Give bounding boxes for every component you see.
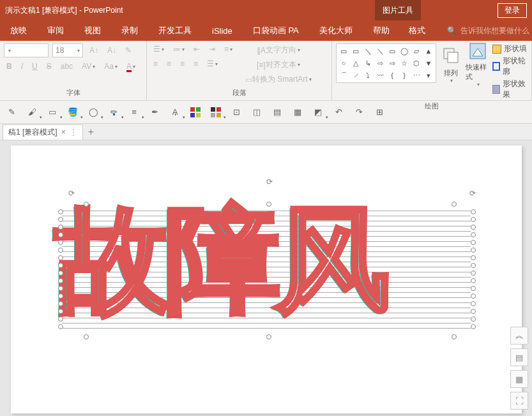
shape-line2-icon[interactable]: ＼: [375, 46, 385, 56]
text-color-icon[interactable]: A▾: [167, 105, 183, 120]
tab-islide[interactable]: iSlide: [202, 20, 243, 41]
shape-arc-icon[interactable]: ⟋: [351, 70, 361, 80]
text-direction-button[interactable]: ‖A 文字方向▾: [243, 43, 314, 57]
arrange-button[interactable]: 排列 ▾: [439, 43, 463, 85]
shape-outline-button[interactable]: 形状轮廓: [492, 56, 528, 77]
rotate-right-icon[interactable]: ↷: [351, 105, 367, 120]
tab-help[interactable]: 帮助: [363, 20, 400, 41]
shape-rect2-icon[interactable]: ▭: [351, 46, 361, 56]
layout-icon[interactable]: ▦: [510, 370, 528, 388]
shape-more1-icon[interactable]: ⋯: [411, 70, 422, 80]
format-painter-icon[interactable]: 🖌▾: [24, 105, 40, 120]
font-name-select[interactable]: ▾: [4, 43, 49, 57]
shape-insert-icon[interactable]: ▭▾: [45, 105, 60, 120]
context-tool-tab[interactable]: 图片工具: [375, 0, 421, 20]
align-right-button[interactable]: ≡: [178, 58, 187, 70]
tab-menu-icon[interactable]: ⋮: [70, 128, 77, 137]
bold-button[interactable]: B: [4, 61, 15, 72]
shape-more-icon[interactable]: ▾: [423, 70, 434, 80]
shape-curve-icon[interactable]: ⌒: [338, 70, 349, 80]
indent-inc-button[interactable]: ⇥: [206, 43, 218, 55]
increase-font-icon[interactable]: A↑: [87, 45, 101, 56]
italic-button[interactable]: I: [19, 61, 26, 72]
shape-brace-r-icon[interactable]: }: [399, 70, 409, 80]
shape-wave-icon[interactable]: 〰: [375, 70, 385, 80]
tab-format[interactable]: 格式: [400, 20, 434, 41]
clear-format-icon[interactable]: ✎: [123, 45, 134, 56]
shape-arrow-icon[interactable]: ⇨: [375, 58, 385, 68]
align-center-button[interactable]: ≡: [164, 58, 174, 70]
indent-dec-button[interactable]: ⇤: [191, 43, 202, 55]
distribute-icon[interactable]: ▤: [270, 105, 285, 120]
shape-fill-button[interactable]: 形状填: [492, 43, 528, 54]
template-icon[interactable]: ▤: [510, 348, 528, 366]
shape-tri-icon[interactable]: △: [351, 58, 361, 68]
document-tab[interactable]: 稿1 [兼容模式] × ⋮: [3, 124, 83, 140]
shape-rect-icon[interactable]: ▭: [338, 46, 349, 56]
shape-circle-icon[interactable]: ○: [338, 58, 349, 68]
tab-record[interactable]: 录制: [111, 20, 148, 41]
font-color-button[interactable]: A▾: [124, 61, 138, 72]
add-tab-button[interactable]: +: [83, 126, 99, 138]
case-button[interactable]: Aa▾: [102, 61, 120, 72]
justify-button[interactable]: ≡: [191, 58, 201, 70]
tab-view[interactable]: 视图: [74, 20, 111, 41]
rotate-handle-icon[interactable]: ⟳: [68, 189, 77, 198]
underline-button[interactable]: U: [29, 61, 40, 72]
eyedropper2-icon[interactable]: ✒: [147, 105, 162, 120]
numbering-button[interactable]: ≔▾: [171, 43, 187, 55]
eyedropper-icon[interactable]: ✎: [4, 105, 19, 120]
close-icon[interactable]: ×: [61, 128, 66, 137]
shape-brace-l-icon[interactable]: {: [387, 70, 397, 80]
bullets-button[interactable]: ☰▾: [151, 43, 167, 55]
tab-pocket-anim[interactable]: 口袋动画 PA: [243, 20, 309, 41]
tab-beautify[interactable]: 美化大师: [309, 20, 363, 41]
placeholder-icon[interactable]: ▦: [290, 105, 305, 120]
word-art-object[interactable]: 故障风 故障风 故障风 ⟳ ⟳ ⟳: [56, 184, 477, 362]
tab-review[interactable]: 审阅: [37, 20, 74, 41]
shapes-gallery[interactable]: ▭ ▭ ＼ ＼ ▭ ◯ ▱ ▲ ○ △ ↳ ⇨ ⇨ ☆ ⬡ ▼ ⌒ ⟋ ⤵ 〰: [336, 43, 436, 83]
collapse-up-icon[interactable]: ︽: [510, 327, 528, 345]
quick-styles-button[interactable]: 快速样式 ▾: [466, 43, 490, 85]
color-grid-icon[interactable]: [188, 105, 203, 120]
spacing-button[interactable]: AV▾: [79, 61, 98, 72]
shape-oval-icon[interactable]: ◯: [399, 46, 409, 56]
line-spacing-button[interactable]: ≡▾: [222, 43, 235, 55]
shape-hex-icon[interactable]: ⬡: [411, 58, 422, 68]
theme-color-icon[interactable]: ▾: [208, 105, 224, 120]
size-icon[interactable]: ⊞: [372, 105, 387, 120]
align-text-button[interactable]: [≡] 对齐文本▾: [243, 58, 314, 71]
tab-developer[interactable]: 开发工具: [148, 20, 202, 41]
shape-up-icon[interactable]: ▲: [423, 46, 434, 56]
line-weight-icon[interactable]: ≡▾: [126, 105, 142, 120]
shape-line-icon[interactable]: ＼: [363, 46, 373, 56]
strike-button[interactable]: S: [44, 61, 54, 72]
tab-slideshow[interactable]: 放映: [0, 20, 37, 41]
tell-me-search[interactable]: 🔍 告诉我你想要做什么: [447, 26, 529, 36]
font-size-select[interactable]: 18▾: [52, 43, 83, 57]
shape-rect3-icon[interactable]: ▭: [387, 46, 397, 56]
shape-circle-icon[interactable]: ◯▾: [86, 105, 101, 120]
columns-button[interactable]: ☰▾: [204, 58, 220, 70]
outline-pen-icon[interactable]: ✏▾: [106, 105, 121, 120]
decrease-font-icon[interactable]: A↓: [105, 45, 119, 56]
slide[interactable]: 故障风 故障风 故障风 ⟳ ⟳ ⟳: [11, 145, 522, 413]
group-icon[interactable]: ⊡: [229, 105, 244, 120]
shape-star-icon[interactable]: ☆: [399, 58, 409, 68]
shape-elbow-icon[interactable]: ↳: [363, 58, 373, 68]
fit-icon[interactable]: ⛶: [510, 392, 528, 410]
shape-dn-icon[interactable]: ▼: [423, 58, 434, 68]
shape-arrow2-icon[interactable]: ⇨: [387, 58, 397, 68]
fill-bucket-icon[interactable]: 🪣▾: [65, 105, 80, 120]
rotate-handle-icon[interactable]: ⟳: [266, 177, 275, 186]
shadow-button[interactable]: abc: [58, 61, 75, 72]
shape-effect-button[interactable]: 形状效果: [492, 78, 528, 100]
shape-conn-icon[interactable]: ⤵: [363, 70, 373, 80]
align-icon[interactable]: ◫: [249, 105, 264, 120]
bring-front-icon[interactable]: ◩▾: [310, 105, 326, 120]
convert-smartart-button[interactable]: ▭ 转换为 SmartArt▾: [243, 73, 314, 86]
shape-rect4-icon[interactable]: ▱: [411, 46, 422, 56]
rotate-handle-icon[interactable]: ⟳: [469, 189, 478, 198]
rotate-left-icon[interactable]: ↶: [331, 105, 346, 120]
align-left-button[interactable]: ≡: [151, 58, 160, 70]
